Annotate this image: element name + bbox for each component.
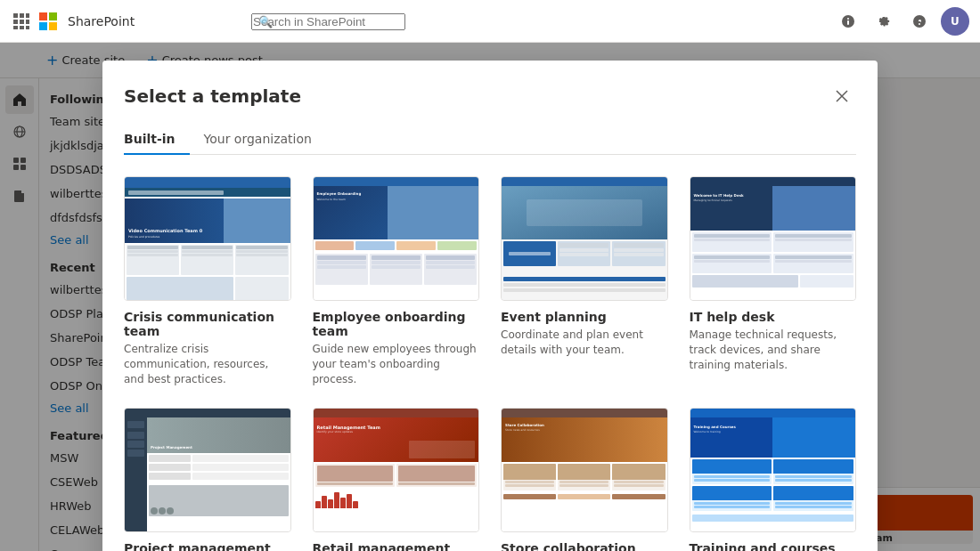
- template-desc-onboarding: Guide new employees through your team's …: [313, 342, 480, 386]
- tab-builtin[interactable]: Built-in: [124, 125, 190, 155]
- template-card-onboarding[interactable]: Employee OnboardingWelcome to the team: [313, 176, 480, 386]
- template-desc-event: Coordinate and plan event details with y…: [501, 328, 668, 358]
- svg-rect-7: [20, 26, 24, 29]
- search-wrap: 🔍: [251, 12, 608, 30]
- template-thumb-event: [501, 176, 668, 301]
- template-card-project[interactable]: Project Management: [124, 408, 291, 551]
- template-name-retail: Retail management team: [313, 541, 480, 551]
- modal-title: Select a template: [124, 85, 301, 107]
- svg-rect-1: [20, 13, 24, 18]
- template-name-event: Event planning: [501, 310, 668, 324]
- topbar-right: U: [834, 7, 969, 36]
- template-name-training: Training and courses: [690, 541, 857, 551]
- app-name: SharePoint: [68, 14, 135, 28]
- svg-rect-8: [26, 26, 29, 29]
- svg-rect-4: [20, 20, 24, 24]
- waffle-icon[interactable]: [11, 11, 32, 32]
- template-grid: Video Communication Team 0Policies and p…: [124, 176, 856, 551]
- modal-tabs: Built-in Your organization: [124, 125, 856, 155]
- template-card-crisis[interactable]: Video Communication Team 0Policies and p…: [124, 176, 291, 386]
- help-icon[interactable]: [905, 7, 934, 36]
- template-desc-crisis: Centralize crisis communication, resourc…: [124, 342, 291, 386]
- template-thumb-training: Training and CoursesWelcome to training: [690, 408, 857, 532]
- modal-close-button[interactable]: [828, 82, 856, 110]
- search-icon: 🔍: [258, 14, 273, 28]
- settings-icon[interactable]: [870, 7, 898, 36]
- template-thumb-onboarding: Employee OnboardingWelcome to the team: [313, 176, 480, 301]
- svg-rect-0: [13, 13, 18, 18]
- template-thumb-crisis: Video Communication Team 0Policies and p…: [124, 176, 291, 301]
- template-desc-ithelp: Manage technical requests, track devices…: [690, 328, 857, 372]
- svg-rect-3: [13, 20, 18, 24]
- user-avatar[interactable]: U: [941, 7, 969, 36]
- template-name-onboarding: Employee onboarding team: [313, 310, 480, 338]
- template-thumb-retail: Retail Management Team Identify your sto…: [313, 408, 480, 532]
- svg-rect-2: [26, 13, 29, 18]
- template-thumb-store: Store Collaboration Store news and resou…: [501, 408, 668, 532]
- topbar: SharePoint 🔍 U: [0, 0, 980, 43]
- tab-org[interactable]: Your organization: [190, 125, 326, 155]
- template-thumb-ithelp: Welcome to IT Help DeskManaging technica…: [690, 176, 857, 301]
- svg-rect-5: [26, 20, 29, 24]
- feedback-icon[interactable]: [834, 7, 862, 36]
- microsoft-logo: [39, 12, 57, 30]
- search-input[interactable]: [251, 13, 405, 30]
- template-name-store: Store collaboration: [501, 541, 668, 551]
- template-name-project: Project management: [124, 541, 291, 551]
- template-card-store[interactable]: Store Collaboration Store news and resou…: [501, 408, 668, 551]
- template-name-crisis: Crisis communication team: [124, 310, 291, 338]
- template-card-retail[interactable]: Retail Management Team Identify your sto…: [313, 408, 480, 551]
- template-card-training[interactable]: Training and CoursesWelcome to training: [690, 408, 857, 551]
- template-modal: Select a template Built-in Your organiza…: [102, 61, 878, 551]
- template-name-ithelp: IT help desk: [690, 310, 857, 324]
- template-card-event[interactable]: Event planning Coordinate and plan event…: [501, 176, 668, 386]
- template-card-ithelp[interactable]: Welcome to IT Help DeskManaging technica…: [690, 176, 857, 386]
- modal-header: Select a template: [124, 82, 856, 110]
- modal-overlay: Select a template Built-in Your organiza…: [0, 43, 980, 551]
- svg-rect-6: [13, 26, 18, 29]
- template-thumb-project: Project Management: [124, 408, 291, 532]
